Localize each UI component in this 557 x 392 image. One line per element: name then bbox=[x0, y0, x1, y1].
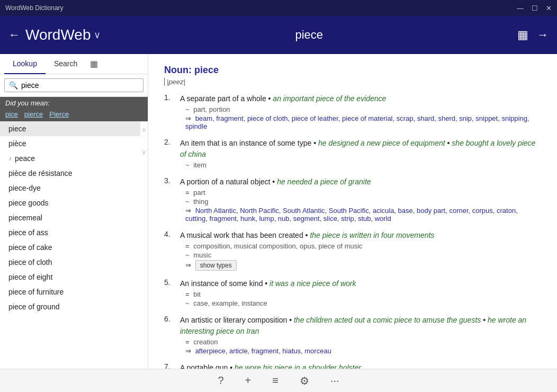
app-header: ← WordWeb ∨ piece ▦ → bbox=[0, 16, 557, 54]
def-content: A portable gun • he wore his piece in a … bbox=[180, 362, 541, 369]
content-area: Noun: piece |peez| 1.A separate part of … bbox=[148, 54, 557, 369]
sidebar-item-label: piece of cake bbox=[8, 243, 52, 252]
audio-icon: ♪ bbox=[8, 155, 12, 162]
back-button[interactable]: ← bbox=[8, 29, 20, 41]
def-tilde: ~ thing bbox=[185, 198, 541, 206]
close-button[interactable]: ✕ bbox=[546, 4, 552, 12]
app-dropdown-icon[interactable]: ∨ bbox=[94, 29, 101, 41]
def-equals: = creation bbox=[185, 338, 541, 346]
window-title: WordWeb Dictionary bbox=[5, 4, 64, 12]
header-right-controls: ▦ → bbox=[517, 28, 549, 42]
sidebar-list-item[interactable]: piece of eight bbox=[0, 270, 140, 284]
more-button[interactable]: ··· bbox=[330, 375, 339, 387]
def-main-text: An instance of some kind • it was a nice… bbox=[180, 278, 541, 289]
def-tilde: ~ music bbox=[185, 251, 541, 259]
main-layout: Lookup Search ▦ 🔍 Did you mean: pice pie… bbox=[0, 54, 557, 369]
app-name: WordWeb bbox=[25, 26, 91, 43]
forward-button[interactable]: → bbox=[537, 28, 549, 42]
def-equals: = composition, musical composition, opus… bbox=[185, 242, 541, 250]
did-you-mean-words: pice pierce Pierce bbox=[0, 109, 148, 121]
window-controls[interactable]: — ☐ ✕ bbox=[517, 4, 552, 12]
suggestion-Pierce[interactable]: Pierce bbox=[49, 110, 69, 118]
sidebar: Lookup Search ▦ 🔍 Did you mean: pice pie… bbox=[0, 54, 148, 369]
sidebar-item-label: piece of furniture bbox=[8, 288, 64, 296]
suggestion-pierce[interactable]: pierce bbox=[24, 110, 43, 118]
pos-label: Noun: bbox=[164, 65, 194, 75]
show-types-button[interactable]: show types bbox=[195, 260, 237, 271]
def-number: 7. bbox=[164, 362, 175, 369]
def-content: A musical work that has been created • t… bbox=[180, 230, 541, 271]
sidebar-library-icon[interactable]: ▦ bbox=[90, 59, 98, 69]
sidebar-list-item[interactable]: piece-dye bbox=[0, 181, 140, 195]
def-content: An artistic or literary composition • th… bbox=[180, 315, 541, 355]
def-tilde: ~ item bbox=[185, 161, 541, 169]
def-main-text: A portable gun • he wore his piece in a … bbox=[180, 362, 541, 369]
sidebar-word-list: piecepièce♪peacepièce de résistancepiece… bbox=[0, 121, 140, 369]
def-content: An item that is an instance of some type… bbox=[180, 138, 541, 169]
header-current-word: piece bbox=[295, 28, 323, 42]
did-you-mean-label: Did you mean: bbox=[0, 97, 148, 109]
sidebar-list-item[interactable]: piece goods bbox=[0, 195, 140, 210]
def-number: 1. bbox=[164, 93, 175, 102]
def-main-text: An artistic or literary composition • th… bbox=[180, 315, 541, 337]
show-types-line: ⇒ show types bbox=[185, 260, 541, 271]
definition-item: 7.A portable gun • he wore his piece in … bbox=[164, 362, 541, 369]
sidebar-list-item[interactable]: piece of ass bbox=[0, 225, 140, 240]
def-content: An instance of some kind • it was a nice… bbox=[180, 278, 541, 307]
nav-letter-n: n bbox=[142, 127, 146, 133]
tab-lookup[interactable]: Lookup bbox=[4, 54, 46, 74]
sidebar-item-label: pièce de résistance bbox=[8, 169, 73, 177]
nav-letter-v: v bbox=[142, 149, 146, 155]
sidebar-list-item[interactable]: piece of furniture bbox=[0, 284, 140, 299]
sidebar-item-label: piece of ground bbox=[8, 302, 60, 311]
sidebar-item-label: piece of cloth bbox=[8, 258, 52, 266]
search-input[interactable] bbox=[21, 81, 139, 90]
sidebar-item-label: piece bbox=[8, 124, 26, 133]
settings-button[interactable]: ⚙ bbox=[300, 375, 309, 387]
def-equals: = part bbox=[185, 189, 541, 197]
pronunciation: |peez| bbox=[164, 78, 541, 86]
sidebar-list-item[interactable]: pièce de résistance bbox=[0, 166, 140, 181]
sidebar-item-label: piece goods bbox=[8, 199, 49, 207]
tab-search[interactable]: Search bbox=[46, 54, 86, 74]
app-title: WordWeb ∨ bbox=[25, 26, 101, 43]
def-number: 3. bbox=[164, 176, 175, 185]
sidebar-list-item[interactable]: piece of cake bbox=[0, 240, 140, 255]
library-icon[interactable]: ▦ bbox=[517, 28, 528, 42]
def-number: 2. bbox=[164, 138, 175, 146]
definition-item: 6.An artistic or literary composition • … bbox=[164, 315, 541, 355]
def-main-text: An item that is an instance of some type… bbox=[180, 138, 541, 160]
def-number: 6. bbox=[164, 315, 175, 323]
sidebar-list-item[interactable]: ♪peace bbox=[0, 151, 140, 166]
def-tilde: ~ case, example, instance bbox=[185, 299, 541, 307]
search-icon: 🔍 bbox=[9, 81, 18, 90]
definition-item: 3.A portion of a natural object • he nee… bbox=[164, 176, 541, 222]
def-number: 5. bbox=[164, 278, 175, 287]
pos-heading: Noun: piece bbox=[164, 65, 541, 76]
sidebar-list-item[interactable]: piece of cloth bbox=[0, 255, 140, 270]
sidebar-item-label: piece of eight bbox=[8, 273, 52, 281]
minimize-button[interactable]: — bbox=[517, 4, 524, 12]
list-button[interactable]: ≡ bbox=[272, 375, 278, 387]
search-input-wrapper[interactable]: 🔍 bbox=[4, 78, 143, 92]
suggestion-pice[interactable]: pice bbox=[5, 110, 18, 118]
definitions-list: 1.A separate part of a whole • an import… bbox=[164, 93, 541, 369]
def-arrow: ⇒ North Atlantic, North Pacific, South A… bbox=[185, 207, 541, 222]
def-arrow: ⇒ afterpiece, article, fragment, hiatus,… bbox=[185, 347, 541, 355]
sidebar-list-item[interactable]: piecemeal bbox=[0, 210, 140, 225]
help-button[interactable]: ? bbox=[218, 375, 223, 387]
bottom-toolbar: ? + ≡ ⚙ ··· bbox=[0, 369, 557, 392]
def-arrow: ⇒ beam, fragment, piece of cloth, piece … bbox=[185, 114, 541, 130]
sidebar-item-label: piecemeal bbox=[8, 213, 42, 222]
sidebar-list-item[interactable]: piece of ground bbox=[0, 299, 140, 314]
sidebar-item-label: pièce bbox=[8, 139, 26, 148]
add-button[interactable]: + bbox=[245, 375, 251, 387]
sidebar-list-item[interactable]: piece bbox=[0, 121, 140, 136]
maximize-button[interactable]: ☐ bbox=[532, 4, 538, 12]
definition-item: 4.A musical work that has been created •… bbox=[164, 230, 541, 271]
title-bar: WordWeb Dictionary — ☐ ✕ bbox=[0, 0, 557, 16]
nav-letters: n v bbox=[140, 121, 148, 369]
sidebar-list-item[interactable]: pièce bbox=[0, 136, 140, 151]
word-heading: piece bbox=[194, 65, 219, 75]
definition-item: 2.An item that is an instance of some ty… bbox=[164, 138, 541, 169]
